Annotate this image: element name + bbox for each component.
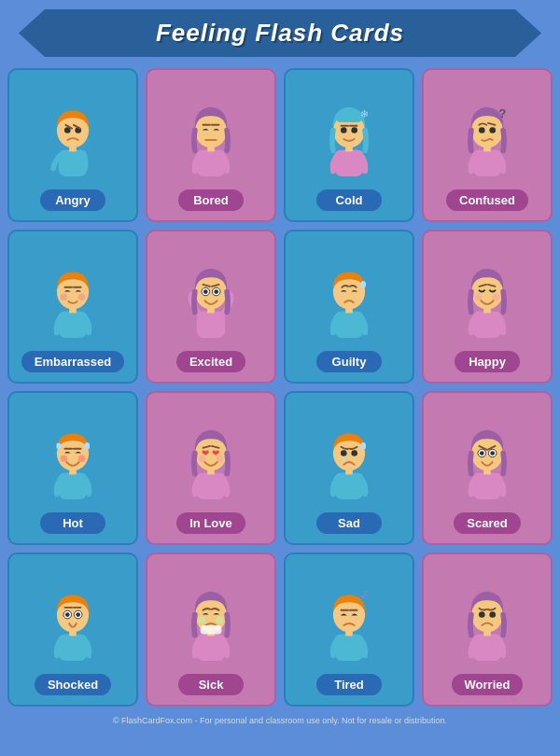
character-confused: ? <box>427 76 547 186</box>
footer: © FlashCardFox.com - For personal and cl… <box>0 710 560 729</box>
label-tired: Tired <box>316 674 382 695</box>
svg-point-92 <box>479 611 485 618</box>
character-sick <box>151 560 271 670</box>
character-guilty <box>289 237 409 347</box>
svg-point-12 <box>351 127 357 133</box>
label-happy: Happy <box>455 351 520 372</box>
card-worried: Worried <box>422 553 553 707</box>
character-in-love: ❤❤ <box>151 399 271 509</box>
header-banner: Feeling Flash Cards <box>19 9 541 57</box>
character-cold: ❄ <box>289 76 409 186</box>
label-embarrassed: Embarrassed <box>21 351 124 372</box>
label-bored: Bored <box>178 189 244 211</box>
svg-point-41 <box>493 293 500 301</box>
svg-rect-13 <box>337 115 362 122</box>
card-sad: Sad <box>284 391 414 545</box>
svg-point-81 <box>199 616 206 623</box>
svg-text:z: z <box>363 588 367 597</box>
label-confused: Confused <box>446 189 528 211</box>
card-embarrassed: Embarrassed <box>7 230 138 384</box>
label-sad: Sad <box>316 512 382 534</box>
card-happy: Happy <box>422 230 553 384</box>
character-scared <box>427 399 547 509</box>
card-sick: Sick <box>146 553 276 707</box>
svg-point-30 <box>203 289 208 294</box>
label-sick: Sick <box>178 674 244 695</box>
card-scared: Scared <box>422 391 553 545</box>
svg-point-18 <box>479 127 485 133</box>
svg-point-77 <box>76 612 80 617</box>
card-shocked: Shocked <box>7 553 138 707</box>
svg-point-45 <box>61 455 68 462</box>
label-angry: Angry <box>40 189 105 211</box>
header-bg: Feeling Flash Cards <box>19 9 541 57</box>
character-shocked <box>13 560 133 670</box>
svg-point-11 <box>341 127 347 133</box>
card-bored: Bored <box>146 68 276 222</box>
svg-point-68 <box>480 451 484 455</box>
character-sad <box>289 399 409 509</box>
page-wrapper: Feeling Flash Cards Angry <box>0 9 560 738</box>
svg-point-93 <box>489 611 496 618</box>
label-in-love: In Love <box>176 512 245 534</box>
label-guilty: Guilty <box>316 351 382 372</box>
svg-text:❄: ❄ <box>360 108 369 119</box>
svg-text:❤: ❤ <box>202 448 209 458</box>
svg-point-24 <box>61 293 68 301</box>
character-angry <box>13 76 133 186</box>
character-hot <box>13 399 133 509</box>
character-embarrassed <box>13 237 133 347</box>
svg-point-75 <box>65 612 70 617</box>
svg-point-61 <box>351 450 357 456</box>
svg-point-70 <box>490 451 495 455</box>
svg-point-40 <box>475 293 483 301</box>
svg-text:❤: ❤ <box>212 448 219 458</box>
svg-point-63 <box>360 442 366 450</box>
page-title: Feeling Flash Cards <box>156 19 404 48</box>
character-worried <box>427 560 547 670</box>
character-happy <box>427 237 547 347</box>
card-angry: Angry <box>7 68 138 222</box>
card-in-love: ❤❤ In Love <box>146 391 276 545</box>
character-bored <box>151 76 271 186</box>
card-hot: Hot <box>7 391 138 545</box>
svg-point-49 <box>56 443 61 450</box>
svg-rect-83 <box>201 625 222 635</box>
svg-point-19 <box>489 127 496 133</box>
character-excited <box>151 237 271 347</box>
svg-text:?: ? <box>498 106 506 120</box>
svg-point-32 <box>214 289 218 294</box>
label-cold: Cold <box>316 189 382 211</box>
label-excited: Excited <box>176 351 245 372</box>
label-shocked: Shocked <box>35 674 111 695</box>
svg-point-36 <box>360 281 366 288</box>
svg-point-25 <box>78 293 86 301</box>
card-guilty: Guilty <box>284 230 414 384</box>
cards-grid: Angry Bored <box>0 64 560 710</box>
label-scared: Scared <box>454 512 520 534</box>
svg-point-48 <box>85 443 90 450</box>
card-confused: ? Confused <box>422 68 553 222</box>
card-excited: Excited <box>146 230 276 384</box>
label-hot: Hot <box>40 512 105 534</box>
card-tired: zz Tired <box>284 553 414 707</box>
card-cold: ❄ Cold <box>284 68 414 222</box>
label-worried: Worried <box>452 674 524 695</box>
character-tired: zz <box>289 560 409 670</box>
svg-point-46 <box>78 455 86 462</box>
svg-point-82 <box>217 616 224 623</box>
svg-point-60 <box>341 450 347 456</box>
